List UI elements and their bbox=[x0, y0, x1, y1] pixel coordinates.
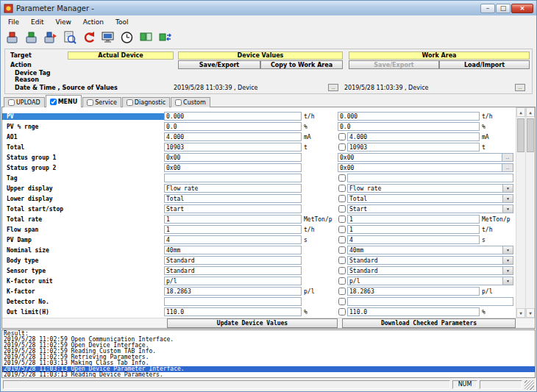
tab[interactable]: Service bbox=[82, 97, 121, 107]
device-value-input[interactable] bbox=[164, 225, 302, 234]
work-row-checkbox[interactable] bbox=[338, 246, 346, 254]
toolbar-button-undo[interactable] bbox=[79, 29, 99, 47]
work-value-input[interactable] bbox=[347, 184, 503, 193]
grid-scrollbar[interactable]: ▲ ▼ bbox=[525, 107, 535, 318]
scroll-up-icon[interactable]: ▲ bbox=[526, 107, 535, 117]
device-value-input[interactable] bbox=[164, 163, 302, 172]
work-value-input[interactable] bbox=[338, 153, 502, 162]
tab[interactable]: Custom bbox=[171, 97, 210, 107]
device-value-input[interactable] bbox=[164, 215, 302, 224]
device-value-input[interactable] bbox=[164, 122, 302, 131]
work-row-checkbox[interactable] bbox=[338, 308, 346, 316]
work-value-input[interactable] bbox=[347, 225, 480, 234]
work-row-checkbox[interactable] bbox=[338, 185, 346, 192]
work-value-input[interactable] bbox=[338, 112, 480, 121]
titlebar[interactable]: Parameter Manager - – □ × bbox=[1, 1, 536, 15]
menu-item[interactable]: File bbox=[2, 17, 25, 27]
work-value-input[interactable] bbox=[347, 235, 480, 244]
tab-checkbox[interactable] bbox=[50, 99, 57, 105]
work-row-checkbox[interactable] bbox=[338, 236, 346, 243]
combo-dropdown-icon[interactable]: ▼ bbox=[503, 266, 513, 275]
device-value-input[interactable] bbox=[164, 174, 302, 182]
device-value-input[interactable] bbox=[164, 235, 302, 244]
save-export-device-button[interactable]: Save/Export bbox=[178, 60, 260, 69]
log-line[interactable]: 2019/5/28 11:03:13 Reading Device Parame… bbox=[2, 372, 535, 378]
work-value-input[interactable] bbox=[347, 297, 513, 306]
device-value-input[interactable] bbox=[164, 143, 302, 152]
tab[interactable]: MENU bbox=[46, 95, 82, 107]
work-value-input[interactable] bbox=[347, 215, 480, 224]
work-more-button[interactable]: ... bbox=[502, 153, 513, 162]
work-row-checkbox[interactable] bbox=[338, 298, 346, 305]
work-row-checkbox[interactable] bbox=[338, 133, 346, 140]
work-row-checkbox[interactable] bbox=[338, 143, 346, 151]
work-value-input[interactable] bbox=[347, 246, 503, 254]
work-value-input[interactable] bbox=[347, 194, 503, 203]
device-value-input[interactable] bbox=[164, 277, 302, 285]
device-value-input[interactable] bbox=[164, 297, 302, 306]
combo-dropdown-icon[interactable]: ▼ bbox=[503, 246, 513, 254]
toolbar-button-sync-devices[interactable] bbox=[156, 29, 175, 47]
menu-item[interactable]: Tool bbox=[110, 17, 134, 27]
minimize-button[interactable]: – bbox=[480, 4, 495, 13]
tab[interactable]: UPLOAD bbox=[4, 97, 45, 107]
toolbar-button-clock[interactable] bbox=[118, 29, 137, 47]
work-value-input[interactable] bbox=[347, 287, 480, 296]
scroll-thumb[interactable] bbox=[527, 118, 534, 152]
work-datetime-more-button[interactable]: ... bbox=[515, 84, 525, 91]
device-value-input[interactable] bbox=[164, 287, 302, 296]
work-value-input[interactable] bbox=[347, 307, 480, 316]
work-row-checkbox[interactable] bbox=[338, 215, 346, 223]
work-value-input[interactable] bbox=[347, 277, 503, 285]
work-value-input[interactable] bbox=[347, 174, 513, 182]
maximize-button[interactable]: □ bbox=[496, 4, 511, 13]
work-value-input[interactable] bbox=[338, 122, 480, 131]
device-value-input[interactable] bbox=[164, 153, 302, 162]
tab-checkbox[interactable] bbox=[127, 99, 133, 106]
work-more-button[interactable]: ... bbox=[502, 163, 513, 172]
scroll-thumb[interactable] bbox=[517, 118, 524, 152]
tab[interactable]: Diagnostic bbox=[122, 97, 170, 107]
resize-grip[interactable] bbox=[524, 380, 534, 390]
copy-to-work-area-button[interactable]: Copy to Work Area bbox=[260, 60, 343, 69]
device-value-input[interactable] bbox=[164, 204, 302, 213]
menu-item[interactable]: View bbox=[50, 17, 77, 27]
work-row-checkbox[interactable] bbox=[338, 226, 346, 233]
work-row-checkbox[interactable] bbox=[338, 267, 346, 274]
work-value-input[interactable] bbox=[347, 266, 503, 275]
work-area-scrollbar[interactable]: ▲ ▼ bbox=[516, 107, 525, 318]
device-value-input[interactable] bbox=[164, 307, 302, 316]
work-value-input[interactable] bbox=[347, 256, 503, 265]
work-row-checkbox[interactable] bbox=[338, 277, 346, 285]
menu-item[interactable]: Action bbox=[77, 17, 110, 27]
combo-dropdown-icon[interactable]: ▼ bbox=[503, 184, 513, 193]
device-datetime-more-button[interactable]: ... bbox=[328, 84, 338, 91]
work-row-checkbox[interactable] bbox=[338, 205, 346, 213]
scroll-track[interactable] bbox=[516, 117, 525, 308]
work-row-checkbox[interactable] bbox=[338, 195, 346, 202]
work-row-checkbox[interactable] bbox=[338, 257, 346, 264]
device-value-input[interactable] bbox=[164, 132, 302, 141]
device-value-input[interactable] bbox=[164, 112, 302, 121]
device-value-input[interactable] bbox=[164, 184, 302, 193]
work-row-checkbox[interactable] bbox=[338, 174, 346, 182]
toolbar-button-upload-device[interactable] bbox=[3, 29, 22, 47]
work-value-input[interactable] bbox=[338, 163, 502, 172]
tab-checkbox[interactable] bbox=[8, 99, 15, 106]
download-checked-parameters-button[interactable]: Download Checked Parameters bbox=[342, 318, 516, 328]
toolbar-button-export-device[interactable] bbox=[41, 29, 60, 47]
work-value-input[interactable] bbox=[347, 204, 503, 213]
close-button[interactable]: × bbox=[511, 4, 533, 13]
scroll-up-icon[interactable]: ▲ bbox=[516, 107, 525, 117]
toolbar-button-monitor[interactable] bbox=[99, 29, 118, 47]
scroll-track[interactable] bbox=[526, 117, 535, 308]
work-row-checkbox[interactable] bbox=[338, 288, 346, 295]
toolbar-button-compare-devices[interactable] bbox=[137, 29, 156, 47]
scroll-down-icon[interactable]: ▼ bbox=[526, 308, 535, 318]
work-value-input[interactable] bbox=[347, 143, 480, 152]
combo-dropdown-icon[interactable]: ▼ bbox=[503, 277, 513, 285]
toolbar-button-download-device[interactable] bbox=[22, 29, 41, 47]
tab-checkbox[interactable] bbox=[87, 99, 93, 106]
device-value-input[interactable] bbox=[164, 266, 302, 275]
combo-dropdown-icon[interactable]: ▼ bbox=[503, 204, 513, 213]
